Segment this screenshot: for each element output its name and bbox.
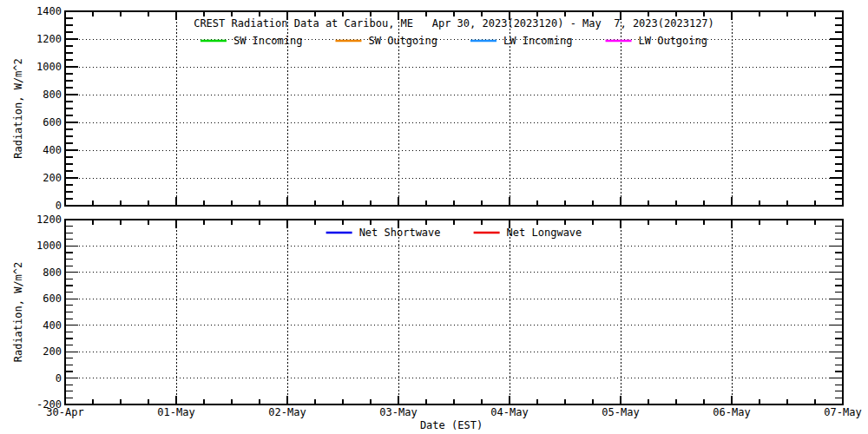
radiation-chart-canvas: 0200400600800100012001400Radiation, W/m^…	[0, 0, 868, 434]
x-tick-label: 02-May	[268, 406, 306, 418]
y-tick-label: 0	[56, 200, 62, 212]
y-tick-label: 1000	[36, 61, 62, 73]
x-tick-label: 04-May	[490, 406, 528, 418]
legend-label: SW Outgoing	[368, 35, 437, 47]
y-tick-label: 1400	[36, 5, 62, 17]
y-tick-label: 400	[43, 319, 62, 332]
axis-ticks	[65, 220, 843, 404]
y-tick-label: 200	[43, 345, 62, 358]
gridlines	[65, 220, 843, 404]
y-tick-label: 1200	[36, 33, 62, 45]
legend-label: SW Incoming	[233, 35, 302, 47]
y-tick-label: 800	[43, 89, 62, 101]
legend-label: Net Longwave	[507, 227, 582, 239]
legend-item-lw-incoming: LW Incoming	[470, 35, 572, 47]
y-tick-label: 600	[43, 293, 62, 305]
legend-label: Net Shortwave	[359, 227, 441, 239]
x-tick-label: 01-May	[157, 406, 194, 418]
panel-net-radiation: -200020040060080010001200Radiation, W/m^…	[12, 214, 862, 431]
plot-frame	[65, 11, 843, 206]
legend-item-net-longwave: Net Longwave	[474, 227, 582, 239]
y-tick-label: 200	[43, 172, 62, 184]
chart-title: CREST Radiation Data at Caribou, ME Apr …	[194, 17, 714, 30]
chart: 0200400600800100012001400Radiation, W/m^…	[0, 0, 868, 434]
y-tick-label: 1000	[36, 240, 62, 252]
x-tick-labels: 30-Apr01-May02-May03-May04-May05-May06-M…	[46, 406, 861, 418]
panel-radiation-components: 0200400600800100012001400Radiation, W/m^…	[12, 5, 843, 212]
axis-ticks	[65, 11, 843, 206]
x-axis-label: Date (EST)	[420, 419, 483, 431]
y-tick-label: 0	[56, 372, 62, 385]
legend: SW IncomingSW OutgoingLW IncomingLW Outg…	[201, 35, 707, 47]
legend-label: LW Incoming	[503, 35, 572, 47]
plot-frame	[65, 220, 843, 404]
y-tick-label: 1200	[36, 214, 62, 226]
legend-item-net-shortwave: Net Shortwave	[326, 227, 441, 239]
y-tick-labels: 0200400600800100012001400	[36, 5, 62, 212]
x-tick-label: 03-May	[379, 406, 417, 418]
y-tick-label: 800	[43, 266, 62, 279]
x-tick-label: 06-May	[713, 406, 750, 418]
y-tick-labels: -200020040060080010001200	[36, 214, 62, 411]
x-tick-label: 07-May	[824, 406, 861, 418]
x-tick-label: 30-Apr	[46, 406, 83, 418]
y-axis-label: Radiation, W/m^2	[12, 58, 24, 159]
y-tick-label: 600	[43, 116, 62, 128]
x-tick-label: 05-May	[602, 406, 639, 418]
legend-label: LW Outgoing	[639, 35, 707, 47]
legend-item-sw-outgoing: SW Outgoing	[335, 35, 437, 47]
legend: Net ShortwaveNet Longwave	[326, 227, 582, 239]
y-tick-label: 400	[43, 144, 62, 156]
legend-item-sw-incoming: SW Incoming	[201, 35, 302, 47]
gridlines	[65, 11, 843, 206]
y-axis-label: Radiation, W/m^2	[12, 262, 24, 363]
